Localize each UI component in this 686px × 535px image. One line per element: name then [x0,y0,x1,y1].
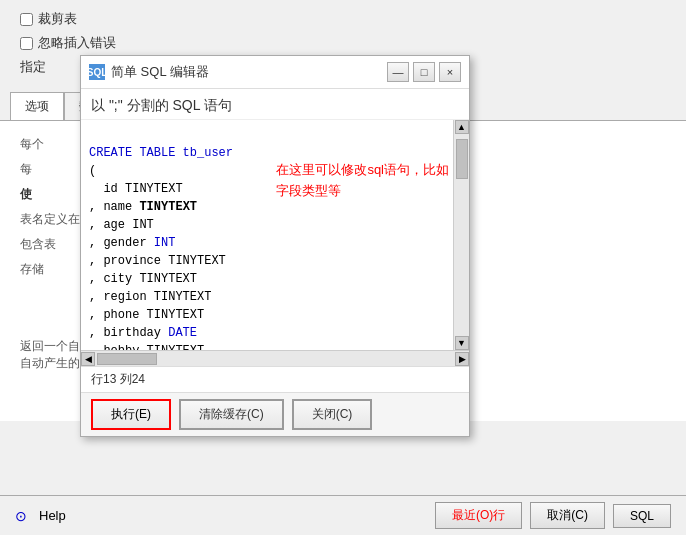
sql-content: CREATE TABLE tb_user ( id TINYTEXT , nam… [81,120,469,350]
hscroll-track[interactable] [95,351,455,366]
specify-label: 指定 [20,58,46,76]
modal-subtitle: 以 ";" 分割的 SQL 语句 [81,89,469,120]
clear-cache-button[interactable]: 清除缓存(C) [179,399,284,430]
sql-scroll-area[interactable]: CREATE TABLE tb_user ( id TINYTEXT , nam… [81,120,469,350]
scroll-thumb[interactable] [456,139,468,179]
scroll-down-button[interactable]: ▼ [455,336,469,350]
dialog-close-button[interactable]: 关闭(C) [292,399,373,430]
horizontal-scrollbar[interactable]: ◀ ▶ [81,350,469,366]
row-col-info: 行13 列24 [81,366,469,392]
recent-button[interactable]: 最近(O)行 [435,502,522,529]
sql-button[interactable]: SQL [613,504,671,528]
modal-footer: 执行(E) 清除缓存(C) 关闭(C) [81,392,469,436]
modal-title: 简单 SQL 编辑器 [111,63,387,81]
modal-icon: SQL [89,64,105,80]
crop-table-row: 裁剪表 [20,10,666,28]
hscroll-left[interactable]: ◀ [81,352,95,366]
vertical-scrollbar[interactable]: ▲ ▼ [453,120,469,350]
cancel-button[interactable]: 取消(C) [530,502,605,529]
sql-editor-area[interactable]: CREATE TABLE tb_user ( id TINYTEXT , nam… [81,120,469,350]
modal-controls: — □ × [387,62,461,82]
help-icon: ⊙ [15,508,27,524]
help-label: Help [39,508,66,523]
crop-table-checkbox[interactable] [20,13,33,26]
hscroll-thumb[interactable] [97,353,157,365]
execute-button[interactable]: 执行(E) [91,399,171,430]
ignore-error-checkbox[interactable] [20,37,33,50]
minimize-button[interactable]: — [387,62,409,82]
tab-options[interactable]: 选项 [10,92,64,120]
modal-titlebar: SQL 简单 SQL 编辑器 — □ × [81,56,469,89]
sql-editor-dialog: SQL 简单 SQL 编辑器 — □ × 以 ";" 分割的 SQL 语句 CR… [80,55,470,437]
bg-bottom-bar: ⊙ Help 最近(O)行 取消(C) SQL [0,495,686,535]
ignore-error-row: 忽略插入错误 [20,34,666,52]
crop-table-label: 裁剪表 [38,10,77,28]
maximize-button[interactable]: □ [413,62,435,82]
scroll-up-button[interactable]: ▲ [455,120,469,134]
close-button[interactable]: × [439,62,461,82]
scroll-track[interactable] [456,134,468,336]
hscroll-right[interactable]: ▶ [455,352,469,366]
ignore-error-label: 忽略插入错误 [38,34,116,52]
